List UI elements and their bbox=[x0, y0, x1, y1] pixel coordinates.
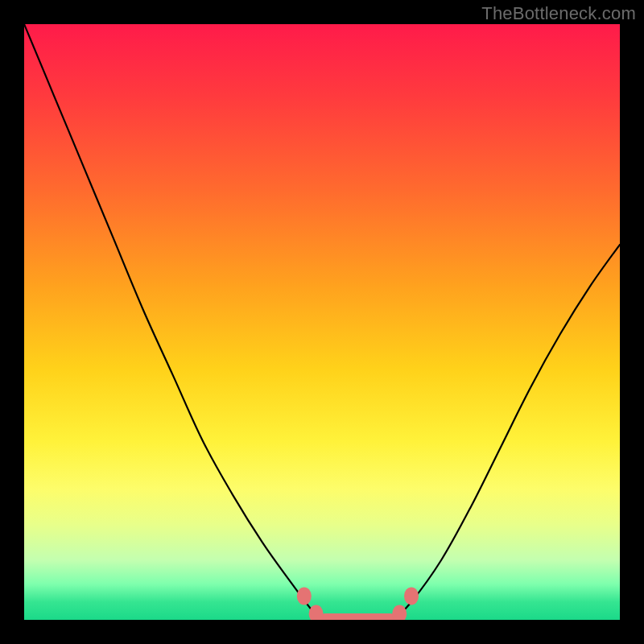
curve-marker bbox=[309, 605, 324, 620]
curve-marker bbox=[404, 587, 419, 605]
curve-left-branch bbox=[24, 24, 322, 620]
plot-area bbox=[24, 24, 620, 620]
flat-bottom-marker bbox=[320, 613, 396, 620]
watermark-text: TheBottleneck.com bbox=[481, 3, 636, 24]
bottleneck-curve bbox=[24, 24, 620, 620]
curve-marker bbox=[297, 587, 312, 605]
chart-frame: TheBottleneck.com bbox=[0, 0, 644, 644]
curve-markers bbox=[297, 587, 419, 620]
curve-right-branch bbox=[394, 245, 620, 620]
curve-marker bbox=[392, 605, 407, 620]
